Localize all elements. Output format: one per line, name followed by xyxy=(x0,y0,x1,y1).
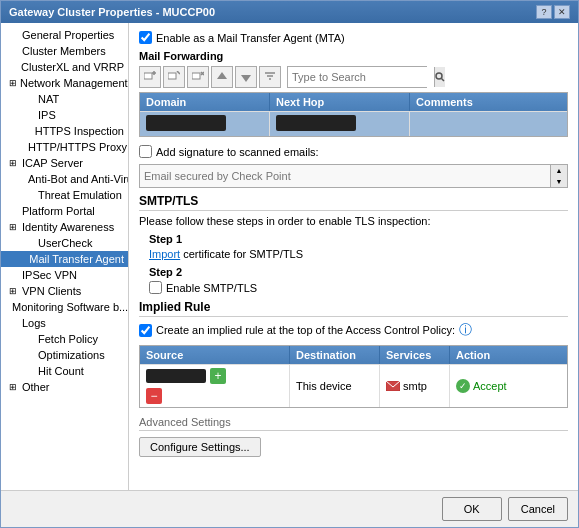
step1-block: Step 1 Import certificate for SMTP/TLS xyxy=(149,233,568,260)
sidebar-item-clusterxl-vrrp[interactable]: ClusterXL and VRRP xyxy=(1,59,128,75)
add-signature-checkbox[interactable] xyxy=(139,145,152,158)
main-panel: Enable as a Mail Transfer Agent (MTA) Ma… xyxy=(129,23,578,490)
search-box xyxy=(287,66,427,88)
table-row[interactable] xyxy=(140,111,567,136)
svg-rect-5 xyxy=(192,73,200,79)
sidebar-item-icap-server[interactable]: ⊞ICAP Server xyxy=(1,155,128,171)
implied-rule-checkbox[interactable] xyxy=(139,324,152,337)
sidebar-item-label: Mail Transfer Agent xyxy=(29,253,124,265)
add-source-btn[interactable]: + xyxy=(210,368,226,384)
sidebar-item-usercheck[interactable]: UserCheck xyxy=(1,235,128,251)
sidebar-item-hit-count[interactable]: Hit Count xyxy=(1,363,128,379)
implied-table-header: Source Destination Services Action xyxy=(140,346,567,364)
toolbar-edit-btn[interactable] xyxy=(163,66,185,88)
svg-rect-0 xyxy=(144,73,152,79)
sidebar-item-label: IPSec VPN xyxy=(22,269,77,281)
implied-rule-row: Create an implied rule at the top of the… xyxy=(139,321,568,339)
footer: OK Cancel xyxy=(1,490,578,527)
table-cell-domain xyxy=(140,112,270,136)
sidebar-item-identity-awareness[interactable]: ⊞Identity Awareness xyxy=(1,219,128,235)
implied-header-source: Source xyxy=(140,346,290,364)
sidebar-item-label: ClusterXL and VRRP xyxy=(21,61,124,73)
sidebar-item-nat[interactable]: NAT xyxy=(1,91,128,107)
import-link[interactable]: Import xyxy=(149,248,180,260)
implied-cell-services: smtp xyxy=(380,365,450,407)
sidebar-item-mail-transfer-agent[interactable]: Mail Transfer Agent xyxy=(1,251,128,267)
sidebar-item-ips[interactable]: IPS xyxy=(1,107,128,123)
sidebar-item-logs[interactable]: Logs xyxy=(1,315,128,331)
toolbar-delete-btn[interactable] xyxy=(187,66,209,88)
sidebar-item-label: General Properties xyxy=(22,29,114,41)
expand-icon: ⊞ xyxy=(9,222,19,232)
sidebar-item-general-properties[interactable]: General Properties xyxy=(1,27,128,43)
enable-smtp-tls-checkbox[interactable] xyxy=(149,281,162,294)
enable-smtp-tls-label: Enable SMTP/TLS xyxy=(166,282,257,294)
help-button[interactable]: ? xyxy=(536,5,552,19)
toolbar xyxy=(139,66,568,88)
sidebar-item-threat-emulation[interactable]: Threat Emulation xyxy=(1,187,128,203)
blurred-domain xyxy=(146,115,226,131)
advanced-settings-title: Advanced Settings xyxy=(139,416,568,431)
remove-source-btn[interactable]: − xyxy=(146,388,162,404)
window-title: Gateway Cluster Properties - MUCCP00 xyxy=(9,6,215,18)
scroll-up-btn[interactable]: ▲ xyxy=(551,165,567,176)
header-domain: Domain xyxy=(140,93,270,111)
sidebar-item-label: Threat Emulation xyxy=(38,189,122,201)
sidebar-item-monitoring-software[interactable]: Monitoring Software b... xyxy=(1,299,128,315)
sidebar-item-http-https-proxy[interactable]: HTTP/HTTPS Proxy xyxy=(1,139,128,155)
info-icon[interactable]: ⓘ xyxy=(459,321,472,339)
sidebar-item-platform-portal[interactable]: Platform Portal xyxy=(1,203,128,219)
implied-cell-action: ✓ Accept xyxy=(450,365,567,407)
sidebar-item-fetch-policy[interactable]: Fetch Policy xyxy=(1,331,128,347)
sidebar-item-label: VPN Clients xyxy=(22,285,81,297)
svg-marker-8 xyxy=(217,72,227,79)
email-secured-input[interactable] xyxy=(140,165,550,187)
enable-mta-checkbox[interactable] xyxy=(139,31,152,44)
smtp-label: smtp xyxy=(403,380,427,392)
search-input[interactable] xyxy=(288,67,434,87)
sidebar-item-https-inspection[interactable]: HTTPS Inspection xyxy=(1,123,128,139)
toolbar-down-btn[interactable] xyxy=(235,66,257,88)
table-header: Domain Next Hop Comments xyxy=(140,93,567,111)
add-signature-label: Add signature to scanned emails: xyxy=(156,146,319,158)
step1-title: Step 1 xyxy=(149,233,568,245)
mail-forwarding-table: Domain Next Hop Comments xyxy=(139,92,568,137)
sidebar-item-cluster-members[interactable]: Cluster Members xyxy=(1,43,128,59)
smtp-tls-title: SMTP/TLS xyxy=(139,194,568,211)
sidebar-item-label: UserCheck xyxy=(38,237,92,249)
header-comments: Comments xyxy=(410,93,567,111)
enable-smtp-tls-row: Enable SMTP/TLS xyxy=(149,281,568,294)
source-cell-content: + − xyxy=(146,368,283,404)
sidebar-item-label: HTTPS Inspection xyxy=(35,125,124,137)
configure-settings-btn[interactable]: Configure Settings... xyxy=(139,437,261,457)
svg-line-14 xyxy=(442,79,445,82)
scroll-down-btn[interactable]: ▼ xyxy=(551,176,567,187)
sidebar-item-label: Cluster Members xyxy=(22,45,106,57)
accept-badge: ✓ Accept xyxy=(456,379,507,393)
ok-button[interactable]: OK xyxy=(442,497,502,521)
smtp-badge: smtp xyxy=(386,380,427,392)
sidebar-item-network-management[interactable]: ⊞Network Management xyxy=(1,75,128,91)
sidebar-item-label: Fetch Policy xyxy=(38,333,98,345)
sidebar-item-optimizations[interactable]: Optimizations xyxy=(1,347,128,363)
implied-table-row[interactable]: + − This device xyxy=(140,364,567,407)
svg-rect-3 xyxy=(168,73,176,79)
sidebar-item-anti-bot[interactable]: Anti-Bot and Anti-Virus xyxy=(1,171,128,187)
toolbar-up-btn[interactable] xyxy=(211,66,233,88)
toolbar-filter-btn[interactable] xyxy=(259,66,281,88)
sidebar-item-label: ICAP Server xyxy=(22,157,83,169)
sidebar-item-ipsec-vpn[interactable]: IPSec VPN xyxy=(1,267,128,283)
expand-icon: ⊞ xyxy=(9,286,19,296)
sidebar-item-vpn-clients[interactable]: ⊞VPN Clients xyxy=(1,283,128,299)
table-cell-comments xyxy=(410,112,567,136)
search-icon[interactable] xyxy=(434,67,445,87)
accept-icon: ✓ xyxy=(456,379,470,393)
sidebar-item-label: Anti-Bot and Anti-Virus xyxy=(28,173,129,185)
sidebar: General PropertiesCluster MembersCluster… xyxy=(1,23,129,490)
advanced-settings: Advanced Settings Configure Settings... xyxy=(139,416,568,457)
sidebar-item-other[interactable]: ⊞Other xyxy=(1,379,128,395)
cancel-button[interactable]: Cancel xyxy=(508,497,568,521)
toolbar-add-btn[interactable] xyxy=(139,66,161,88)
close-button[interactable]: ✕ xyxy=(554,5,570,19)
enable-mta-label: Enable as a Mail Transfer Agent (MTA) xyxy=(156,32,345,44)
